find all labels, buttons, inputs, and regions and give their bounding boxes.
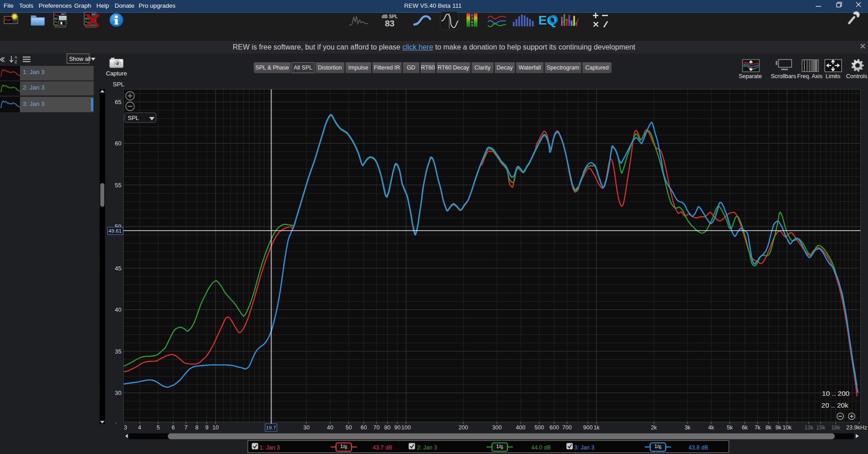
svg-text:15k: 15k [816,424,826,431]
svg-text:10 .. 200: 10 .. 200 [822,389,850,397]
svg-text:10k: 10k [783,424,792,431]
svg-text:44.0 dB: 44.0 dB [531,444,551,451]
svg-text:70: 70 [373,424,380,431]
svg-text:49.61: 49.61 [109,228,122,234]
svg-text:1/6: 1/6 [340,444,347,450]
svg-text:80: 80 [384,424,391,431]
svg-text:3: Jan 3: 3: Jan 3 [574,444,595,451]
svg-text:SPL: SPL [128,115,139,121]
svg-text:1: Jan 3: 1: Jan 3 [260,444,280,451]
svg-text:20 .. 20k: 20 .. 20k [821,401,848,409]
svg-text:7: 7 [185,424,188,431]
svg-text:45: 45 [115,265,121,272]
svg-text:23.9kHz: 23.9kHz [846,424,867,431]
svg-text:2k: 2k [651,424,657,431]
svg-text:200: 200 [459,424,468,431]
svg-text:Z: Z [15,60,17,64]
svg-text:1/6: 1/6 [496,444,503,450]
svg-text:13k: 13k [804,424,814,431]
svg-text:5k: 5k [727,424,733,431]
svg-text:4k: 4k [708,424,714,431]
svg-text:400: 400 [516,424,526,431]
svg-text:19.7: 19.7 [266,425,276,430]
svg-text:65: 65 [115,99,121,105]
svg-text:40: 40 [327,424,333,431]
svg-text:100: 100 [401,424,411,431]
svg-text:9k: 9k [775,424,782,431]
svg-text:50: 50 [346,424,352,431]
svg-text:500: 500 [535,424,544,431]
svg-text:9: 9 [206,424,209,431]
svg-text:6: 6 [172,424,175,431]
svg-text:83: 83 [385,19,394,28]
svg-text:SPL: SPL [113,81,125,88]
svg-text:10: 10 [212,424,219,431]
svg-text:30: 30 [115,389,121,396]
svg-text:60: 60 [361,424,367,431]
svg-text:40: 40 [115,306,121,313]
svg-text:43.7 dB: 43.7 dB [372,444,392,451]
svg-text:2: Jan 3: 2: Jan 3 [417,444,437,451]
svg-text:1k: 1k [593,424,600,431]
svg-text:900: 900 [583,424,593,431]
svg-text:Capture: Capture [106,70,127,77]
svg-text:7k: 7k [754,424,761,431]
svg-text:35: 35 [115,348,121,355]
svg-text:600: 600 [550,424,559,431]
svg-text:43.8 dB: 43.8 dB [688,444,708,451]
svg-text:8k: 8k [765,424,772,431]
svg-text:30: 30 [303,424,310,431]
svg-text:3k: 3k [684,424,691,431]
svg-text:4: 4 [138,424,141,431]
svg-text:55: 55 [115,182,121,189]
svg-text:18k: 18k [831,424,841,431]
svg-text:A: A [15,55,17,60]
svg-text:300: 300 [492,424,502,431]
svg-text:1/6: 1/6 [654,444,661,450]
svg-text:Show all: Show all [69,56,90,62]
svg-text:3: 3 [124,424,127,431]
svg-text:90: 90 [394,424,401,431]
svg-text:8: 8 [196,424,199,431]
svg-text:5: 5 [157,424,160,431]
svg-text:60: 60 [115,140,121,147]
svg-text:6k: 6k [742,424,748,431]
svg-text:700: 700 [562,424,572,431]
svg-text:9: 9 [471,23,473,27]
